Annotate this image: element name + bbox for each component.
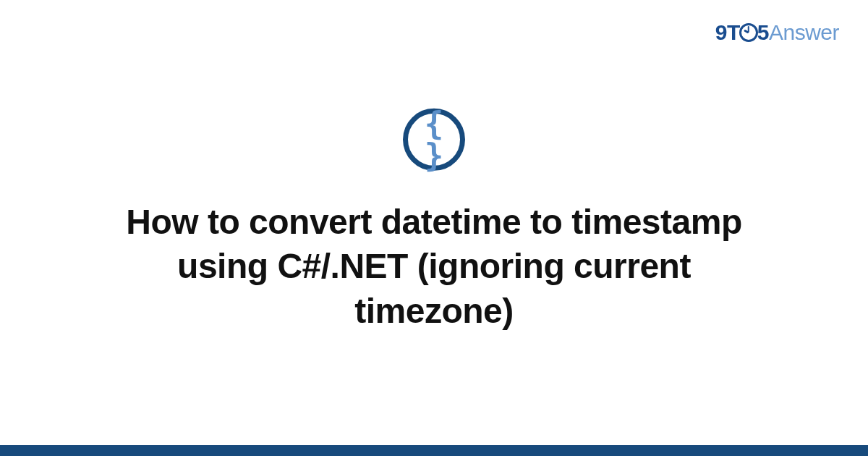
code-braces-icon: { } bbox=[403, 109, 465, 171]
page-title: How to convert datetime to timestamp usi… bbox=[101, 200, 767, 333]
braces-glyph: { } bbox=[410, 108, 462, 172]
footer-accent-bar bbox=[0, 445, 868, 456]
clock-icon bbox=[739, 23, 758, 42]
content-area: { } How to convert datetime to timestamp… bbox=[0, 109, 868, 333]
logo-part-answer: Answer bbox=[769, 20, 839, 44]
site-logo: 9T5Answer bbox=[715, 20, 839, 45]
logo-part-9t: 9T bbox=[715, 20, 740, 44]
logo-part-5: 5 bbox=[757, 20, 769, 44]
